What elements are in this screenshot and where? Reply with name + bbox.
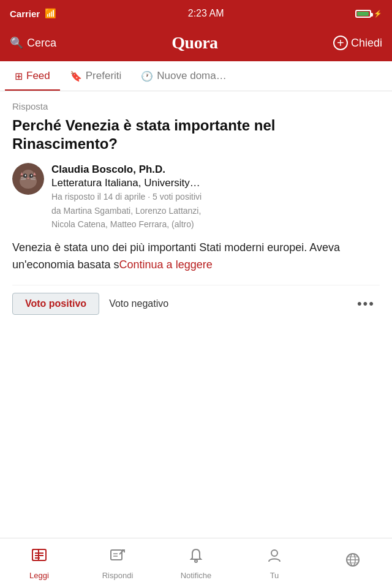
bolt-icon: ⚡ [374,10,382,18]
svg-point-10 [31,175,32,176]
notifiche-icon [187,547,205,568]
author-likes-2: Nicola Catena, Matteo Ferrara, (altro) [51,217,380,231]
tab-nuove-label: Nuove doma… [157,70,226,82]
add-icon: + [333,36,348,50]
carrier-label: Carrier [10,9,40,19]
app-header: 🔍 Cerca Quora + Chiedi [0,27,392,61]
wifi-icon: 📶 [45,8,56,19]
vote-negative-button[interactable]: Voto negativo [109,293,168,314]
avatar[interactable] [12,163,44,195]
web-icon [344,551,361,573]
search-icon: 🔍 [10,36,23,50]
author-likes-1: da Martina Sgambati, Lorenzo Lattanzi, [51,204,380,217]
content-type-label: Risposta [12,101,380,111]
svg-line-15 [31,179,36,180]
svg-point-26 [271,550,277,556]
search-button[interactable]: 🔍 Cerca [10,36,56,50]
rispondi-label: Rispondi [102,571,134,580]
rispondi-icon [109,547,126,568]
article-content: Risposta Perché Venezia è stata importan… [0,91,392,323]
tab-preferiti-label: Preferiti [86,70,122,82]
author-title: Letteratura Italiana, University… [51,176,380,190]
ask-button[interactable]: + Chiedi [333,36,382,50]
author-name: Claudia Boscolo, Ph.D. [51,163,380,176]
status-bar-time: 2:23 AM [188,8,224,19]
tu-icon [266,547,283,568]
svg-rect-21 [111,550,122,560]
author-meta: Ha risposto il 14 di aprile · 5 voti pos… [51,190,380,203]
battery-icon: ⚡ [355,10,382,18]
status-bar-right: ⚡ [355,10,382,18]
tab-bar: ⊞ Feed 🔖 Preferiti 🕐 Nuove doma… [0,61,392,91]
ask-label: Chiedi [351,37,382,50]
continue-reading-link[interactable]: Continua a leggere [119,258,213,271]
nav-item-tu[interactable]: Tu [256,547,293,580]
notifiche-label: Notifiche [181,571,212,580]
answer-body: Venezia è stata uno dei più importanti S… [12,239,380,274]
bookmark-icon: 🔖 [70,70,82,82]
leggi-icon [31,547,48,568]
clock-icon: 🕐 [141,70,153,82]
author-row: Claudia Boscolo, Ph.D. Letteratura Itali… [12,163,380,231]
tab-preferiti[interactable]: 🔖 Preferiti [60,61,132,91]
tu-label: Tu [270,571,279,580]
avatar-image [12,163,44,195]
svg-line-13 [21,179,26,180]
question-title: Perché Venezia è stata importante nel Ri… [12,116,380,153]
svg-point-9 [25,175,26,176]
app-logo: Quora [172,33,217,53]
nav-item-web[interactable] [334,551,371,575]
leggi-label: Leggi [29,571,49,580]
status-bar: Carrier 📶 2:23 AM ⚡ [0,0,392,27]
nav-item-notifiche[interactable]: Notifiche [178,547,214,580]
nav-item-leggi[interactable]: Leggi [21,547,58,580]
nav-item-rispondi[interactable]: Rispondi [99,547,136,580]
tab-nuove-domande[interactable]: 🕐 Nuove doma… [131,61,236,91]
article-actions: Voto positivo Voto negativo ••• [12,285,380,323]
search-label: Cerca [27,37,56,50]
svg-point-25 [195,560,197,562]
status-bar-left: Carrier 📶 [10,8,56,19]
tab-feed[interactable]: ⊞ Feed [5,61,60,91]
more-options-button[interactable]: ••• [352,293,380,314]
tab-feed-label: Feed [26,70,50,82]
bottom-nav: Leggi Rispondi Notifiche [0,538,392,588]
svg-point-11 [28,178,29,179]
author-info: Claudia Boscolo, Ph.D. Letteratura Itali… [51,163,380,231]
vote-positive-button[interactable]: Voto positivo [12,293,99,315]
feed-icon: ⊞ [15,70,23,82]
